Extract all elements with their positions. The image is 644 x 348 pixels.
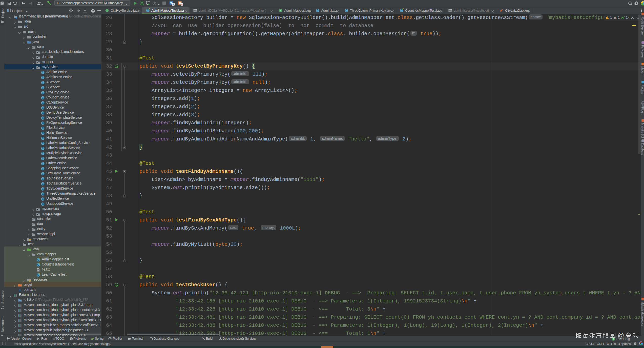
svg-text:I: I (280, 9, 281, 12)
svg-text:I: I (107, 9, 108, 12)
svg-text:A: A (181, 3, 183, 6)
svg-text:C: C (42, 91, 44, 94)
svg-text:C: C (42, 132, 44, 135)
svg-text:C: C (37, 263, 39, 266)
svg-text:C: C (42, 162, 44, 165)
svg-text:C: C (42, 122, 44, 125)
svg-text:m: m (19, 288, 22, 292)
svg-text:C: C (401, 9, 402, 12)
svg-text:A: A (172, 3, 174, 6)
svg-text:@: @ (618, 332, 624, 339)
svg-text:C: C (37, 274, 39, 276)
svg-text:C: C (42, 167, 44, 170)
svg-text:C: C (42, 137, 44, 140)
svg-text:C: C (42, 157, 44, 160)
svg-text:C: C (42, 172, 44, 175)
svg-text:C: C (42, 86, 44, 89)
svg-text:C: C (345, 9, 347, 12)
svg-text:C: C (42, 193, 44, 195)
svg-text:C: C (42, 76, 44, 79)
svg-text:C: C (42, 112, 44, 114)
svg-text:C: C (42, 127, 44, 130)
svg-text:C: C (317, 9, 318, 12)
svg-text:C: C (42, 177, 44, 180)
svg-text:C: C (42, 117, 44, 119)
svg-text:C: C (42, 142, 44, 145)
svg-text:C: C (37, 258, 39, 261)
svg-text:C: C (42, 96, 44, 99)
svg-text:C: C (42, 107, 44, 109)
svg-text:C: C (147, 9, 149, 12)
svg-text:C: C (42, 188, 44, 190)
svg-text:C: C (42, 203, 44, 206)
svg-text:C: C (42, 198, 44, 200)
svg-text:C: C (42, 182, 44, 185)
svg-text:C: C (42, 101, 44, 104)
svg-text:C: C (42, 152, 44, 155)
svg-text:C: C (42, 147, 44, 150)
svg-text:C: C (42, 81, 44, 84)
svg-text:C: C (42, 71, 44, 74)
